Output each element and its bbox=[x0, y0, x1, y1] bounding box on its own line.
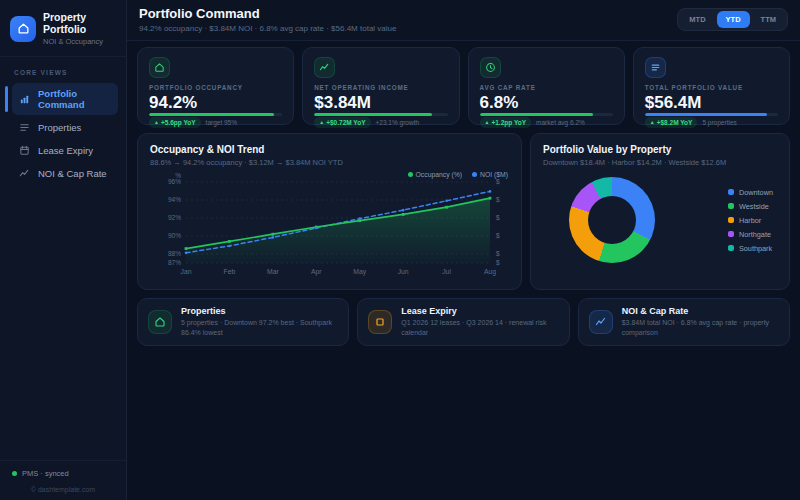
dashboard-content: PORTFOLIO OCCUPANCY94.2%▲+5.6pp YoYtarge… bbox=[127, 41, 800, 500]
kpi-card-total-portfolio-value: TOTAL PORTFOLIO VALUE$56.4M▲+$8.2M YoY5 … bbox=[633, 47, 790, 125]
square-icon bbox=[368, 310, 392, 334]
sidebar-item-label: Portfolio Command bbox=[38, 88, 111, 110]
trend-line-chart: 96%$94%$92%$90%$88%$87%$%JanFebMarAprMay… bbox=[150, 170, 509, 284]
svg-text:Aug: Aug bbox=[484, 268, 496, 276]
sidebar-item-noi-cap-rate[interactable]: NOI & Cap Rate bbox=[12, 163, 118, 184]
arrow-up-icon: ▲ bbox=[319, 120, 324, 125]
shortcut-card-lease-expiry[interactable]: Lease ExpiryQ1 2026 12 leases · Q3 2026 … bbox=[357, 298, 569, 346]
page-subtitle: 94.2% occupancy · $3.84M NOI · 6.8% avg … bbox=[139, 24, 396, 33]
range-button-ttm[interactable]: TTM bbox=[752, 11, 785, 28]
kpi-progress-fill bbox=[480, 113, 593, 116]
app-window: Property Portfolio NOI & Occupancy CORE … bbox=[0, 0, 800, 500]
svg-text:94%: 94% bbox=[168, 196, 181, 203]
kpi-value: $3.84M bbox=[314, 93, 447, 113]
sidebar-item-label: NOI & Cap Rate bbox=[38, 168, 107, 179]
kpi-label: TOTAL PORTFOLIO VALUE bbox=[645, 84, 778, 91]
kpi-card-avg-cap-rate: AVG CAP RATE6.8%▲+1.2pp YoYmarket avg 6.… bbox=[468, 47, 625, 125]
svg-text:%: % bbox=[175, 172, 181, 179]
sidebar-item-lease-expiry[interactable]: Lease Expiry bbox=[12, 140, 118, 161]
legend-swatch bbox=[728, 231, 734, 237]
donut-legend-item-westside: Westside bbox=[728, 202, 773, 211]
kpi-progress-track bbox=[149, 113, 282, 116]
legend-label: Occupancy (%) bbox=[416, 171, 462, 178]
svg-text:90%: 90% bbox=[168, 232, 181, 239]
donut-chart-title: Portfolio Value by Property bbox=[543, 144, 777, 155]
home-logo-icon bbox=[10, 16, 36, 42]
donut-legend: DowntownWestsideHarborNorthgateSouthpark bbox=[728, 188, 773, 253]
shortcut-title: Properties bbox=[181, 306, 338, 316]
kpi-note: 5 properties bbox=[702, 119, 736, 126]
kpi-badge-text: +$0.72M YoY bbox=[326, 119, 365, 126]
svg-text:$: $ bbox=[496, 259, 500, 266]
range-button-mtd[interactable]: MTD bbox=[680, 11, 714, 28]
svg-text:Feb: Feb bbox=[224, 268, 236, 275]
trend-chart-subtitle: 88.6% → 94.2% occupancy · $3.12M → $3.84… bbox=[150, 158, 509, 167]
legend-swatch bbox=[728, 189, 734, 195]
svg-text:Jan: Jan bbox=[181, 268, 192, 275]
donut-legend-item-northgate: Northgate bbox=[728, 230, 773, 239]
kpi-yoy-badge: ▲+$8.2M YoY bbox=[645, 117, 698, 128]
kpi-label: PORTFOLIO OCCUPANCY bbox=[149, 84, 282, 91]
sidebar-item-label: Lease Expiry bbox=[38, 145, 93, 156]
svg-text:$: $ bbox=[496, 178, 500, 185]
donut-hole bbox=[588, 196, 636, 244]
page-title: Portfolio Command bbox=[139, 6, 396, 21]
donut-chart-area: DowntownWestsideHarborNorthgateSouthpark bbox=[543, 177, 777, 263]
kpi-badge-text: +5.6pp YoY bbox=[161, 119, 196, 126]
kpi-badge-text: +1.2pp YoY bbox=[491, 119, 526, 126]
donut-chart-subtitle: Downtown $18.4M · Harbor $14.2M · Westsi… bbox=[543, 158, 777, 167]
trend-icon bbox=[19, 168, 30, 179]
arrow-up-icon: ▲ bbox=[650, 120, 655, 125]
shortcut-subtitle: $3.84M total NOI · 6.8% avg cap rate · p… bbox=[622, 318, 779, 338]
arrow-up-icon: ▲ bbox=[154, 120, 159, 125]
kpi-note: +23.1% growth bbox=[376, 119, 420, 126]
page-header: Portfolio Command 94.2% occupancy · $3.8… bbox=[127, 0, 800, 41]
shortcut-cards-row: Properties5 properties · Downtown 97.2% … bbox=[137, 298, 790, 346]
legend-swatch bbox=[728, 245, 734, 251]
kpi-label: AVG CAP RATE bbox=[480, 84, 613, 91]
charts-row: Occupancy & NOI Trend 88.6% → 94.2% occu… bbox=[137, 133, 790, 290]
shortcut-card-noi-cap-rate[interactable]: NOI & Cap Rate$3.84M total NOI · 6.8% av… bbox=[578, 298, 790, 346]
kpi-card-net-operating-income: NET OPERATING INCOME$3.84M▲+$0.72M YoY+2… bbox=[302, 47, 459, 125]
legend-label: Westside bbox=[739, 202, 769, 211]
legend-dot bbox=[408, 172, 413, 177]
clock-icon bbox=[480, 57, 501, 78]
occupancy-noi-trend-card: Occupancy & NOI Trend 88.6% → 94.2% occu… bbox=[137, 133, 522, 290]
kpi-progress-track bbox=[314, 113, 447, 116]
svg-text:Jun: Jun bbox=[398, 268, 409, 275]
shortcut-subtitle: 5 properties · Downtown 97.2% best · Sou… bbox=[181, 318, 338, 338]
shortcut-title: NOI & Cap Rate bbox=[622, 306, 779, 316]
sidebar-item-properties[interactable]: Properties bbox=[12, 117, 118, 138]
arrow-up-icon: ▲ bbox=[485, 120, 490, 125]
portfolio-value-donut-card: Portfolio Value by Property Downtown $18… bbox=[530, 133, 790, 290]
trend-chart-legend: Occupancy (%)NOI ($M) bbox=[408, 171, 508, 178]
sidebar-footer: PMS · synced © dashtemplate.com bbox=[0, 460, 126, 500]
app-title: Property Portfolio bbox=[43, 11, 116, 35]
svg-text:Jul: Jul bbox=[442, 268, 451, 275]
svg-text:May: May bbox=[353, 268, 366, 276]
legend-item-noi-m: NOI ($M) bbox=[472, 171, 508, 178]
legend-dot bbox=[472, 172, 477, 177]
legend-label: Harbor bbox=[739, 216, 761, 225]
kpi-progress-track bbox=[645, 113, 778, 116]
shortcut-card-properties[interactable]: Properties5 properties · Downtown 97.2% … bbox=[137, 298, 349, 346]
kpi-label: NET OPERATING INCOME bbox=[314, 84, 447, 91]
trend-icon bbox=[314, 57, 335, 78]
kpi-yoy-badge: ▲+5.6pp YoY bbox=[149, 117, 201, 128]
home-icon bbox=[148, 310, 172, 334]
calendar-icon bbox=[19, 145, 30, 156]
kpi-note: market avg 6.2% bbox=[536, 119, 585, 126]
sidebar-nav: Portfolio CommandPropertiesLease ExpiryN… bbox=[0, 83, 126, 184]
copyright-text: © dashtemplate.com bbox=[12, 486, 114, 493]
donut-legend-item-downtown: Downtown bbox=[728, 188, 773, 197]
kpi-value: $56.4M bbox=[645, 93, 778, 113]
app-subtitle: NOI & Occupancy bbox=[43, 37, 116, 46]
range-button-ytd[interactable]: YTD bbox=[717, 11, 750, 28]
svg-text:96%: 96% bbox=[168, 178, 181, 185]
kpi-yoy-badge: ▲+1.2pp YoY bbox=[480, 117, 532, 128]
donut-chart bbox=[569, 177, 655, 263]
kpi-value: 6.8% bbox=[480, 93, 613, 113]
sidebar-section-label: CORE VIEWS bbox=[14, 69, 112, 76]
donut-legend-item-harbor: Harbor bbox=[728, 216, 773, 225]
sidebar-item-portfolio-command[interactable]: Portfolio Command bbox=[12, 83, 118, 115]
